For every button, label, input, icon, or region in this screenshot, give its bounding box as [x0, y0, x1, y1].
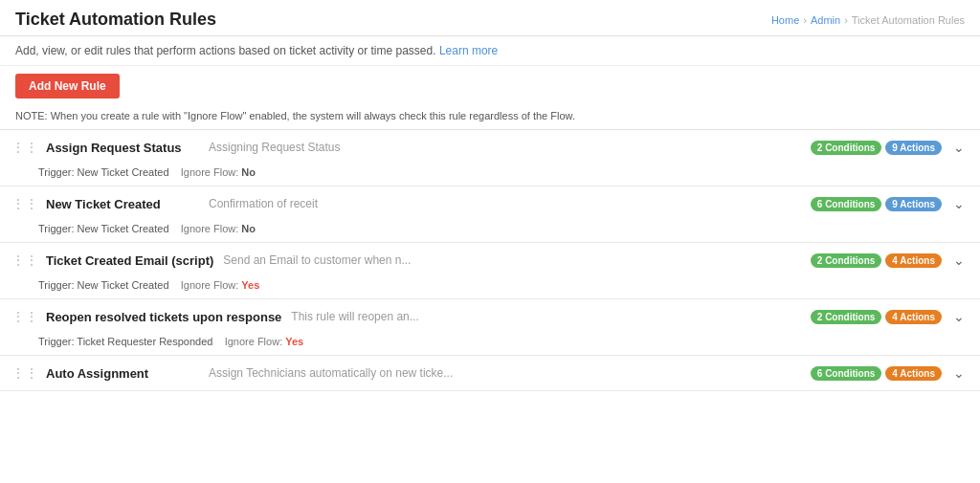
rule-detail-row: Trigger: New Ticket Created Ignore Flow:…	[0, 277, 980, 298]
actions-badge: 9 Actions	[885, 141, 942, 155]
rule-badges: 2 Conditions 9 Actions	[811, 141, 942, 155]
drag-handle-icon[interactable]: ⋮⋮	[11, 140, 38, 155]
rule-main-row: ⋮⋮ New Ticket Created Confirmation of re…	[0, 187, 980, 221]
rule-main-row: ⋮⋮ Ticket Created Email (script) Send an…	[0, 243, 980, 277]
page-title: Ticket Automation Rules	[15, 10, 216, 30]
breadcrumb-home[interactable]: Home	[771, 14, 799, 26]
rule-item: ⋮⋮ Auto Assignment Assign Technicians au…	[0, 356, 980, 391]
conditions-badge: 6 Conditions	[811, 197, 882, 211]
rule-description: Send an Email to customer when n...	[223, 253, 810, 267]
rule-name: Auto Assignment	[46, 366, 199, 381]
rule-badges: 2 Conditions 4 Actions	[811, 310, 942, 324]
note-bar: NOTE: When you create a rule with "Ignor…	[0, 106, 980, 129]
add-new-rule-button[interactable]: Add New Rule	[15, 74, 120, 99]
rule-description: Assigning Request Status	[209, 141, 811, 154]
rule-description: This rule will reopen an...	[291, 310, 810, 323]
conditions-badge: 2 Conditions	[811, 310, 882, 324]
drag-handle-icon[interactable]: ⋮⋮	[11, 252, 38, 268]
rule-name: Reopen resolved tickets upon response	[46, 310, 281, 324]
breadcrumb-admin[interactable]: Admin	[811, 14, 840, 26]
rule-main-row: ⋮⋮ Auto Assignment Assign Technicians au…	[0, 356, 980, 390]
expand-rule-button[interactable]: ⌄	[949, 307, 969, 326]
page-description: Add, view, or edit rules that perform ac…	[0, 36, 980, 66]
rule-name: Ticket Created Email (script)	[46, 253, 213, 268]
rule-detail-row: Trigger: Ticket Requester Responded Igno…	[0, 334, 980, 355]
drag-handle-icon[interactable]: ⋮⋮	[11, 309, 38, 324]
drag-handle-icon[interactable]: ⋮⋮	[11, 365, 38, 381]
rule-item: ⋮⋮ Assign Request Status Assigning Reque…	[0, 130, 980, 187]
conditions-badge: 2 Conditions	[811, 253, 882, 268]
expand-rule-button[interactable]: ⌄	[949, 363, 969, 383]
toolbar: Add New Rule	[0, 66, 980, 106]
breadcrumb: Home › Admin › Ticket Automation Rules	[771, 14, 965, 26]
rule-main-row: ⋮⋮ Assign Request Status Assigning Reque…	[0, 130, 980, 165]
rule-detail-row: Trigger: New Ticket Created Ignore Flow:…	[0, 221, 980, 242]
actions-badge: 4 Actions	[885, 253, 942, 268]
actions-badge: 9 Actions	[885, 197, 942, 211]
learn-more-link[interactable]: Learn more	[439, 44, 498, 57]
rules-list: ⋮⋮ Assign Request Status Assigning Reque…	[0, 129, 980, 391]
expand-rule-button[interactable]: ⌄	[949, 138, 969, 157]
actions-badge: 4 Actions	[885, 366, 942, 381]
rule-item: ⋮⋮ Ticket Created Email (script) Send an…	[0, 243, 980, 299]
rule-main-row: ⋮⋮ Reopen resolved tickets upon response…	[0, 299, 980, 334]
conditions-badge: 6 Conditions	[811, 366, 882, 381]
actions-badge: 4 Actions	[885, 310, 942, 324]
rule-description: Confirmation of receit	[209, 197, 811, 210]
expand-rule-button[interactable]: ⌄	[949, 251, 969, 270]
rule-item: ⋮⋮ Reopen resolved tickets upon response…	[0, 299, 980, 356]
rule-detail-row: Trigger: New Ticket Created Ignore Flow:…	[0, 165, 980, 186]
rule-name: New Ticket Created	[46, 197, 199, 211]
drag-handle-icon[interactable]: ⋮⋮	[11, 196, 38, 211]
rule-name: Assign Request Status	[46, 141, 199, 155]
page-header: Ticket Automation Rules Home › Admin › T…	[0, 0, 980, 36]
rule-badges: 6 Conditions 9 Actions	[811, 197, 942, 211]
expand-rule-button[interactable]: ⌄	[949, 194, 969, 213]
breadcrumb-current: Ticket Automation Rules	[852, 14, 965, 26]
rule-badges: 2 Conditions 4 Actions	[811, 253, 942, 268]
rule-item: ⋮⋮ New Ticket Created Confirmation of re…	[0, 187, 980, 243]
conditions-badge: 2 Conditions	[811, 141, 882, 155]
rule-description: Assign Technicians automatically on new …	[209, 366, 811, 380]
rule-badges: 6 Conditions 4 Actions	[811, 366, 942, 381]
